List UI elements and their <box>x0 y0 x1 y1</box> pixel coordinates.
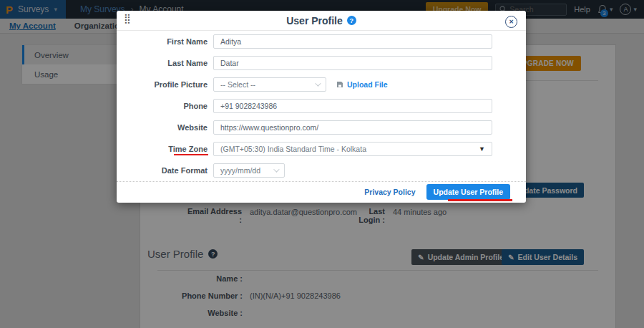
timezone-select[interactable]: (GMT+05:30) India Standard Time - Kolkat… <box>213 142 492 156</box>
upload-file-label: Upload File <box>347 80 388 89</box>
upload-file-link[interactable]: Upload File <box>336 80 388 89</box>
profile-picture-row: Profile Picture -- Select -- Upload File <box>117 74 526 95</box>
dateformat-row: Date Format yyyy/mm/dd <box>117 160 526 181</box>
website-input[interactable] <box>213 120 492 135</box>
phone-row: Phone <box>117 95 526 117</box>
app-screen: P Surveys ▾ My Surveys › My Account Upgr… <box>0 0 644 328</box>
chevron-down-icon <box>273 166 279 172</box>
modal-title-wrap: User Profile ? <box>286 15 356 26</box>
modal-title: User Profile <box>286 15 343 26</box>
timezone-label: Time Zone <box>117 145 208 153</box>
profile-picture-select[interactable]: -- Select -- <box>213 77 326 92</box>
user-profile-form: First Name Last Name Profile Picture -- … <box>117 31 526 181</box>
modal-header: ⣿ User Profile ? ✕ <box>117 11 526 31</box>
annotation-underline-timezone <box>174 154 208 155</box>
first-name-row: First Name <box>117 31 526 52</box>
last-name-label: Last Name <box>117 59 208 67</box>
close-icon[interactable]: ✕ <box>505 16 517 28</box>
upload-file-icon <box>336 81 343 88</box>
chevron-down-icon <box>315 80 321 86</box>
privacy-policy-link[interactable]: Privacy Policy <box>364 188 415 196</box>
profile-picture-selected-value: -- Select -- <box>220 80 255 89</box>
first-name-input[interactable] <box>213 34 492 49</box>
dateformat-selected-value: yyyy/mm/dd <box>220 166 260 175</box>
profile-picture-label: Profile Picture <box>117 80 208 89</box>
last-name-input[interactable] <box>213 56 492 70</box>
website-label: Website <box>117 123 208 132</box>
help-icon[interactable]: ? <box>347 16 356 25</box>
timezone-selected-value: (GMT+05:30) India Standard Time - Kolkat… <box>220 145 366 153</box>
timezone-row: Time Zone (GMT+05:30) India Standard Tim… <box>117 138 526 160</box>
dateformat-label: Date Format <box>117 166 208 175</box>
update-user-profile-button[interactable]: Update User Profile <box>426 184 510 200</box>
last-name-row: Last Name <box>117 52 526 74</box>
user-profile-modal: ⣿ User Profile ? ✕ First Name Last Name … <box>117 11 526 203</box>
phone-input[interactable] <box>213 99 492 113</box>
first-name-label: First Name <box>117 37 208 46</box>
caret-down-icon: ▼ <box>479 145 485 153</box>
drag-handle-icon[interactable]: ⣿ <box>124 14 131 23</box>
phone-label: Phone <box>117 102 208 110</box>
dateformat-select[interactable]: yyyy/mm/dd <box>213 163 285 178</box>
annotation-underline-update-button <box>448 199 512 201</box>
website-row: Website <box>117 117 526 138</box>
